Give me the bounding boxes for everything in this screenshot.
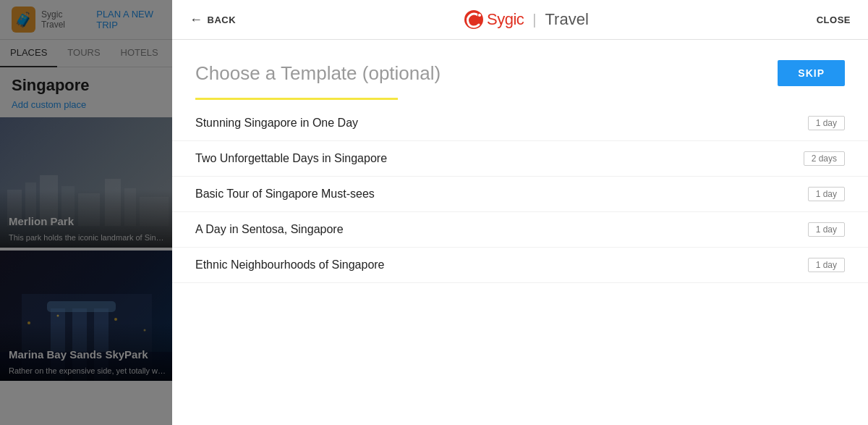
template-item-duration: 1 day bbox=[808, 222, 845, 237]
template-modal: ← BACK Sygic | Travel CLOSE Choose a Tem… bbox=[172, 0, 868, 425]
template-item-duration: 1 day bbox=[808, 187, 845, 201]
template-item[interactable]: Two Unforgettable Days in Singapore 2 da… bbox=[172, 141, 868, 177]
template-item-name: A Day in Sentosa, Singapore bbox=[195, 223, 344, 236]
template-item-duration: 1 day bbox=[808, 116, 845, 130]
template-item-name: Two Unforgettable Days in Singapore bbox=[195, 152, 387, 165]
back-arrow-icon: ← bbox=[190, 12, 203, 28]
template-item[interactable]: Ethnic Neighbourhoods of Singapore 1 day bbox=[172, 248, 868, 283]
template-item-name: Basic Tour of Singapore Must-sees bbox=[195, 188, 375, 201]
travel-text: Travel bbox=[545, 10, 588, 29]
svg-point-20 bbox=[478, 14, 481, 17]
skip-button[interactable]: SKIP bbox=[778, 60, 845, 86]
sygic-text: Sygic bbox=[487, 10, 524, 29]
template-title: Choose a Template (optional) bbox=[195, 62, 441, 85]
sygic-logo: Sygic bbox=[464, 9, 524, 30]
back-button[interactable]: ← BACK bbox=[190, 12, 236, 28]
template-item[interactable]: Basic Tour of Singapore Must-sees 1 day bbox=[172, 177, 868, 212]
template-list: Stunning Singapore in One Day 1 day Two … bbox=[172, 100, 868, 289]
template-item[interactable]: A Day in Sentosa, Singapore 1 day bbox=[172, 212, 868, 248]
back-label: BACK bbox=[208, 14, 237, 25]
template-item-name: Ethnic Neighbourhoods of Singapore bbox=[195, 258, 385, 272]
close-button[interactable]: CLOSE bbox=[817, 14, 851, 25]
template-header: Choose a Template (optional) SKIP bbox=[172, 40, 868, 86]
template-item-duration: 2 days bbox=[804, 151, 845, 166]
modal-body: Choose a Template (optional) SKIP Stunni… bbox=[172, 40, 868, 425]
modal-header: ← BACK Sygic | Travel CLOSE bbox=[172, 0, 868, 40]
sygic-logo-icon bbox=[464, 9, 484, 30]
template-item[interactable]: Stunning Singapore in One Day 1 day bbox=[172, 106, 868, 141]
template-item-duration: 1 day bbox=[808, 258, 845, 272]
template-item-name: Stunning Singapore in One Day bbox=[195, 117, 358, 130]
modal-logo: Sygic | Travel bbox=[464, 9, 589, 30]
logo-divider: | bbox=[532, 12, 536, 28]
